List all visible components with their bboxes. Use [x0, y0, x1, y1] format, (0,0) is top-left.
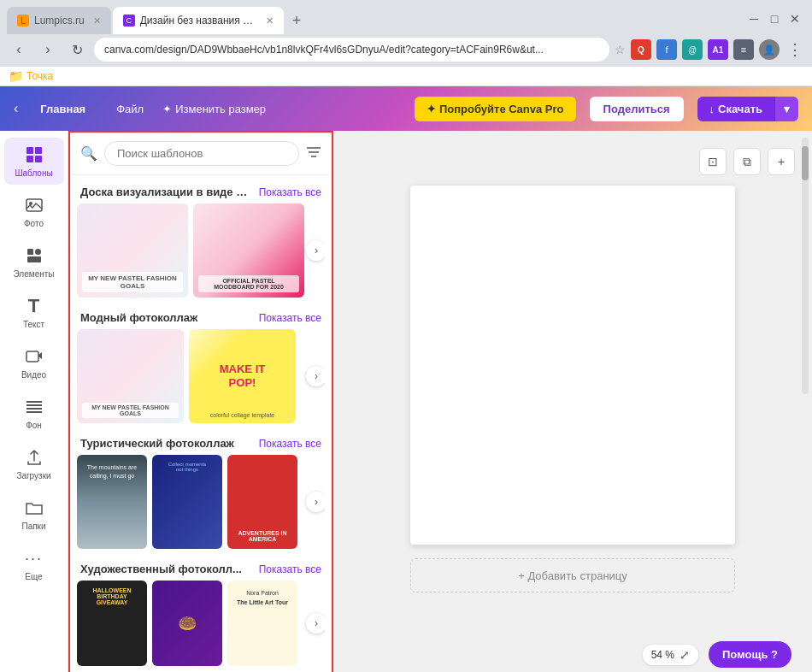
uploads-label: Загрузки [16, 471, 50, 480]
canvas-crop-tool[interactable]: ⊡ [699, 148, 727, 175]
address-bar[interactable] [94, 38, 609, 62]
profile-icon[interactable]: 👤 [759, 39, 780, 60]
art-show-all[interactable]: Показать все [259, 563, 321, 575]
template-thumb-8[interactable]: HALLOWEEN BIRTHDAY GIVEAWAY [77, 581, 147, 666]
sidebar-item-video[interactable]: Видео [4, 339, 64, 386]
resize-label: Изменить размер [175, 103, 266, 115]
svg-rect-3 [35, 156, 42, 162]
sidebar-item-elements[interactable]: Элементы [4, 239, 64, 286]
bookmark-icon[interactable]: ☆ [615, 43, 626, 56]
maximize-button[interactable]: □ [768, 12, 781, 26]
svg-rect-6 [27, 249, 33, 255]
template-thumb-7[interactable]: ADVENTURES IN AMERICA [227, 455, 297, 549]
svg-rect-8 [27, 256, 41, 262]
filter-button[interactable] [306, 146, 321, 162]
lumpics-favicon: L [17, 15, 29, 27]
background-icon [25, 397, 44, 417]
canva-favicon: C [123, 15, 135, 27]
sidebar-item-background[interactable]: Фон [4, 390, 64, 437]
zoom-value: 54 % [651, 649, 674, 661]
download-label: Скачать [718, 103, 762, 115]
browser-menu-icon[interactable]: ⋮ [785, 39, 805, 60]
template-thumb-6[interactable]: Collect momentsnot things [152, 455, 222, 549]
svg-rect-0 [26, 147, 33, 154]
fashion-title: Модный фотоколлаж [80, 311, 197, 324]
template-thumb-2[interactable]: OFFICIAL PASTEL MOODBOARD FOR 2020 [193, 203, 304, 298]
text-label: Текст [23, 320, 44, 329]
extension-icon-4[interactable]: A1 [708, 39, 728, 60]
tab-close-canva[interactable]: ✕ [266, 15, 274, 27]
search-icon: 🔍 [80, 145, 97, 162]
browser-tab-lumpics[interactable]: L Lumpics.ru ✕ [7, 7, 111, 34]
help-button[interactable]: Помощь ? [709, 641, 791, 668]
template-thumb-4[interactable]: MAKE IT POP! colorful collage template [189, 329, 296, 423]
extension-icon-3[interactable]: @ [682, 39, 703, 60]
extension-icon-1[interactable]: Q [631, 39, 651, 60]
folders-label: Папки [21, 522, 45, 531]
browser-tab-canva[interactable]: C Дизайн без названия — Фото... ✕ [113, 7, 284, 34]
try-pro-label: Попробуйте Canva Pro [439, 103, 564, 115]
section1-next-arrow[interactable]: › [306, 240, 325, 261]
canva-back-button[interactable]: ‹ [14, 101, 18, 116]
canva-resize-button[interactable]: ✦ Изменить размер [154, 97, 274, 121]
zoom-expand-button[interactable]: ⤢ [680, 648, 690, 662]
text-icon: T [28, 296, 39, 316]
minimize-button[interactable]: ─ [747, 12, 761, 26]
tab-title-lumpics: Lumpics.ru [34, 15, 85, 27]
photos-label: Фото [24, 219, 44, 228]
pro-star-icon: ✦ [427, 103, 436, 115]
canva-file-button[interactable]: Файл [108, 97, 152, 121]
share-button[interactable]: Поделиться [590, 97, 684, 121]
sidebar-item-more[interactable]: ··· Еще [4, 541, 64, 588]
try-pro-button[interactable]: ✦ Попробуйте Canva Pro [415, 97, 576, 121]
canva-home-button[interactable]: Главная [32, 97, 94, 121]
templates-panel: 🔍 Доска визуализации в виде … [68, 131, 333, 672]
folders-icon [25, 498, 44, 518]
sidebar-item-folders[interactable]: Папки [4, 491, 64, 538]
canvas-area: ⊡ ⧉ + + Добавить страницу 54 % ⤢ [333, 131, 812, 672]
close-button[interactable]: ✕ [788, 12, 802, 26]
tab-close-lumpics[interactable]: ✕ [93, 15, 101, 27]
download-icon: ↓ [709, 103, 715, 115]
refresh-button[interactable]: ↻ [65, 38, 89, 62]
sidebar-item-uploads[interactable]: Загрузки [4, 440, 64, 487]
mood-board-title: Доска визуализации в виде … [80, 186, 247, 198]
templates-icon [25, 144, 44, 165]
add-page-button[interactable]: + Добавить страницу [410, 558, 735, 592]
canvas-add-tool[interactable]: + [768, 148, 795, 175]
template-thumb-3[interactable]: MY NEW PASTEL FASHION GOALS [77, 329, 184, 423]
template-thumb-10[interactable]: Nora PatronThe Little Art Tour [227, 581, 297, 666]
mood-board-show-all[interactable]: Показать все [259, 186, 321, 198]
download-chevron-button[interactable]: ▾ [774, 97, 798, 121]
new-tab-button[interactable]: + [285, 12, 309, 30]
section2-next-arrow[interactable]: › [306, 366, 325, 386]
section4-next-arrow[interactable]: › [306, 613, 325, 634]
fashion-show-all[interactable]: Показать все [259, 312, 321, 324]
extension-icon-5[interactable]: ≡ [733, 39, 754, 60]
art-title: Художественный фотоколл... [80, 563, 242, 575]
template-thumb-1[interactable]: MY NEW PASTEL FASHION GOALS [77, 203, 188, 298]
sidebar-item-text[interactable]: T Текст [4, 289, 64, 336]
svg-rect-1 [35, 147, 42, 154]
sidebar-item-templates[interactable]: Шаблоны [4, 138, 64, 185]
svg-rect-2 [26, 156, 33, 162]
template-thumb-5[interactable]: The mountains are calling, I must go [77, 455, 147, 549]
travel-show-all[interactable]: Показать все [259, 438, 321, 450]
photos-icon [25, 195, 44, 215]
search-bar: 🔍 [70, 133, 332, 175]
template-thumb-9[interactable]: 🍩 [152, 581, 222, 666]
canvas-copy-tool[interactable]: ⧉ [733, 148, 761, 175]
section3-next-arrow[interactable]: › [306, 492, 325, 512]
section-art: Художественный фотоколл... Показать все [77, 552, 325, 581]
extension-icon-2[interactable]: f [656, 39, 677, 60]
elements-label: Элементы [14, 269, 55, 279]
zoom-control: 54 % ⤢ [643, 645, 698, 665]
fashion-row: MY NEW PASTEL FASHION GOALS MAKE IT POP!… [77, 329, 325, 423]
back-button[interactable]: ‹ [7, 38, 31, 62]
search-input[interactable] [104, 141, 299, 166]
forward-button[interactable]: › [36, 38, 60, 62]
sidebar-item-photos[interactable]: Фото [4, 188, 64, 235]
download-button[interactable]: ↓ Скачать [697, 97, 774, 121]
travel-title: Туристический фотоколлаж [80, 437, 234, 450]
video-icon [25, 346, 44, 367]
